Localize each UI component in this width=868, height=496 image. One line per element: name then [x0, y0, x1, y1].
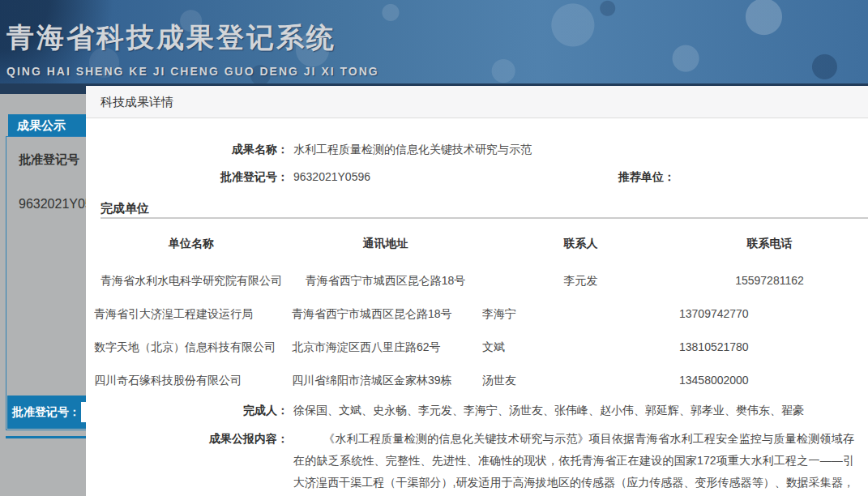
sidebar-list-box: 批准登记号 9632021Y0596 批准登记号： — [6, 136, 96, 430]
section-divider — [100, 217, 868, 219]
table-row: 青海省水利水电科学研究院有限公司 青海省西宁市城西区昆仑路18号 李元发 155… — [94, 264, 860, 297]
detail-panel: 科技成果详情 成果名称： 水利工程质量检测的信息化关键技术研究与示范 批准登记号… — [86, 86, 868, 496]
cell-phone: 13458002000 — [679, 364, 860, 397]
col-header-phone: 联系电话 — [679, 237, 860, 251]
completers-label: 完成人： — [86, 404, 289, 418]
table-row: 四川奇石缘科技股份有限公司 四川省绵阳市涪城区金家林39栋 汤世友 134580… — [94, 364, 860, 397]
cell-contact: 文斌 — [482, 331, 679, 364]
sidebar-divider — [6, 436, 87, 438]
bulletin-value: 《水利工程质量检测的信息化关键技术研究与示范》项目依据青海省水利工程安全监控与质… — [293, 428, 854, 496]
sidebar-list-header: 批准登记号 — [19, 152, 79, 168]
cell-contact: 李海宁 — [482, 297, 679, 331]
sidebar-search-bar: 批准登记号： — [7, 396, 96, 429]
units-table: 青海省水利水电科学研究院有限公司 青海省西宁市城西区昆仑路18号 李元发 155… — [94, 264, 860, 397]
cell-address: 四川省绵阳市涪城区金家林39栋 — [289, 364, 482, 397]
cell-unit-name: 数字天地（北京）信息科技有限公司 — [94, 331, 289, 364]
achievement-name-value: 水利工程质量检测的信息化关键技术研究与示范 — [293, 143, 532, 157]
recommend-unit-label: 推荐单位： — [618, 170, 675, 185]
completers-value: 徐保国、文斌、史永畅、李元发、李海宁、汤世友、张伟峰、赵小伟、郭延辉、郭孝业、樊… — [293, 404, 804, 418]
cell-phone: 13810521780 — [679, 331, 860, 364]
cell-unit-name: 青海省水利水电科学研究院有限公司 — [94, 264, 289, 297]
sidebar-tab-achievement-publicity[interactable]: 成果公示 — [8, 114, 97, 136]
bulletin-label: 成果公报内容： — [86, 428, 289, 450]
cell-unit-name: 四川奇石缘科技股份有限公司 — [94, 364, 289, 397]
table-row: 青海省引大济湟工程建设运行局 青海省西宁市城西区昆仑路18号 李海宁 13709… — [94, 297, 860, 331]
app-banner: 青海省科技成果登记系统 QING HAI SHENG KE JI CHENG G… — [0, 0, 868, 83]
cell-contact: 汤世友 — [482, 364, 679, 397]
col-header-address: 通讯地址 — [289, 237, 482, 251]
registration-number-label: 批准登记号： — [86, 170, 289, 185]
app-title: 青海省科技成果登记系统 — [6, 19, 336, 57]
col-header-contact: 联系人 — [482, 237, 679, 251]
cell-phone: 13709742770 — [679, 297, 860, 331]
table-row: 数字天地（北京）信息科技有限公司 北京市海淀区西八里庄路62号 文斌 13810… — [94, 331, 860, 364]
app-subtitle: QING HAI SHENG KE JI CHENG GUO DENG JI X… — [6, 65, 379, 78]
cell-contact: 李元发 — [482, 264, 679, 297]
cell-address: 青海省西宁市城西区昆仑路18号 — [289, 264, 482, 297]
cell-address: 北京市海淀区西八里庄路62号 — [289, 331, 482, 364]
achievement-name-label: 成果名称： — [86, 143, 289, 157]
cell-unit-name: 青海省引大济湟工程建设运行局 — [94, 297, 289, 331]
units-table-header: 单位名称 通讯地址 联系人 联系电话 — [94, 237, 860, 251]
cell-phone: 15597281162 — [679, 264, 860, 297]
panel-title: 科技成果详情 — [86, 86, 868, 118]
registration-number-value: 9632021Y0596 — [293, 170, 370, 183]
col-header-unit-name: 单位名称 — [94, 237, 289, 251]
cell-address: 青海省西宁市城西区昆仑路18号 — [289, 297, 482, 331]
section-title-completing-units: 完成单位 — [100, 201, 149, 216]
